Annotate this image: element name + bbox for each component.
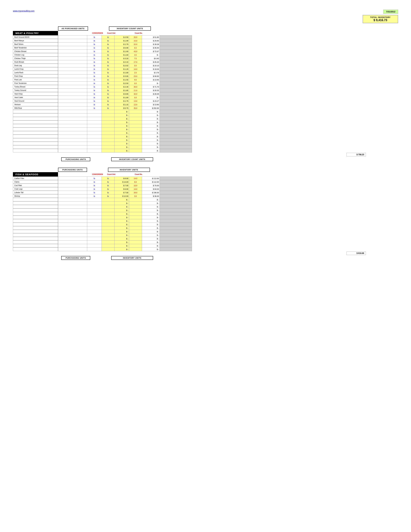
price-cell[interactable]: $ 7.00 <box>115 191 129 194</box>
price-cell[interactable]: $ - <box>115 114 129 117</box>
count-unit-cell[interactable]: lb <box>102 96 115 99</box>
count-unit-cell[interactable] <box>102 121 115 124</box>
count-unit-cell[interactable]: lb <box>102 60 115 64</box>
count-unit-cell[interactable] <box>102 201 115 205</box>
count-no-cell[interactable]: 15.0 <box>129 39 142 43</box>
count-unit-cell[interactable]: lb <box>102 64 115 67</box>
count-unit-cell[interactable]: lb <box>102 39 115 43</box>
count-unit-cell[interactable] <box>102 240 115 244</box>
count-unit-cell[interactable] <box>102 131 115 135</box>
price-cell[interactable]: $ - <box>115 201 129 205</box>
count-no-cell[interactable] <box>129 145 142 149</box>
price-cell[interactable]: $ 2.50 <box>115 82 129 85</box>
count-no-cell[interactable]: 8.0 <box>129 180 142 184</box>
price-cell[interactable]: $ 12.00 <box>115 194 129 198</box>
count-unit-cell[interactable]: lb <box>102 67 115 71</box>
price-cell[interactable]: $ - <box>115 216 129 219</box>
price-cell[interactable]: $ - <box>115 110 129 114</box>
count-unit-cell[interactable]: lb <box>102 191 115 194</box>
count-no-cell[interactable]: 32.0 <box>129 92 142 96</box>
count-no-cell[interactable] <box>129 149 142 152</box>
count-unit-cell[interactable]: lb <box>102 103 115 106</box>
count-unit-cell[interactable] <box>102 135 115 138</box>
count-no-cell[interactable]: 28.0 <box>129 191 142 194</box>
price-cell[interactable]: $ - <box>115 223 129 226</box>
count-no-cell[interactable]: 5.5 <box>129 64 142 67</box>
website-link[interactable]: www.rrgconsulting.com <box>13 10 35 12</box>
price-cell[interactable]: $ - <box>115 233 129 237</box>
price-cell[interactable]: $ - <box>115 142 129 145</box>
count-unit-cell[interactable] <box>102 138 115 142</box>
price-cell[interactable]: $ - <box>115 128 129 131</box>
price-cell[interactable]: $ 14.00 <box>115 180 129 184</box>
count-unit-cell[interactable] <box>102 244 115 248</box>
price-cell[interactable]: $ 6.00 <box>115 187 129 191</box>
count-no-cell[interactable]: 14.0 <box>129 67 142 71</box>
count-no-cell[interactable] <box>129 212 142 216</box>
count-no-cell[interactable]: 6.5 <box>129 46 142 50</box>
count-unit-cell[interactable] <box>102 223 115 226</box>
count-no-cell[interactable]: 9.0 <box>129 78 142 82</box>
price-cell[interactable]: $ 1.79 <box>115 43 129 46</box>
count-no-cell[interactable] <box>129 110 142 114</box>
count-unit-cell[interactable] <box>102 198 115 201</box>
count-unit-cell[interactable] <box>102 114 115 117</box>
count-unit-cell[interactable] <box>102 110 115 114</box>
count-no-cell[interactable] <box>129 230 142 233</box>
count-no-cell[interactable] <box>129 209 142 212</box>
count-unit-cell[interactable]: lb <box>102 99 115 103</box>
count-unit-cell[interactable]: lb <box>102 82 115 85</box>
count-no-cell[interactable]: 0.0 <box>129 82 142 85</box>
count-no-cell[interactable]: 3.0 <box>129 194 142 198</box>
count-unit-cell[interactable]: lb <box>102 57 115 60</box>
count-unit-cell[interactable] <box>102 226 115 230</box>
count-no-cell[interactable]: 13.0 <box>129 99 142 103</box>
count-unit-cell[interactable] <box>102 149 115 152</box>
count-unit-cell[interactable]: lb <box>102 177 115 180</box>
count-unit-cell[interactable]: lb <box>102 50 115 53</box>
count-unit-cell[interactable]: lb <box>102 75 115 78</box>
price-cell[interactable]: $ 1.99 <box>115 39 129 43</box>
count-no-cell[interactable] <box>129 142 142 145</box>
price-cell[interactable]: $ - <box>115 205 129 209</box>
count-no-cell[interactable]: 0.0 <box>129 96 142 99</box>
count-no-cell[interactable]: 23.0 <box>129 75 142 78</box>
count-no-cell[interactable] <box>129 124 142 128</box>
count-no-cell[interactable]: 7.5 <box>129 57 142 60</box>
count-no-cell[interactable]: 2.0 <box>129 71 142 75</box>
price-cell[interactable]: $ - <box>115 244 129 248</box>
count-unit-cell[interactable]: lb <box>102 92 115 96</box>
count-no-cell[interactable] <box>129 244 142 248</box>
count-unit-cell[interactable] <box>102 142 115 145</box>
count-unit-cell[interactable]: lb <box>102 36 115 39</box>
count-unit-cell[interactable] <box>102 212 115 216</box>
price-cell[interactable]: $ 1.15 <box>115 103 129 106</box>
count-unit-cell[interactable] <box>102 219 115 223</box>
price-cell[interactable]: $ 5.79 <box>115 106 129 110</box>
count-unit-cell[interactable]: lb <box>102 78 115 82</box>
count-no-cell[interactable]: 10.0 <box>129 184 142 187</box>
price-cell[interactable]: $ - <box>115 248 129 251</box>
price-cell[interactable]: $ - <box>115 230 129 233</box>
count-unit-cell[interactable] <box>102 248 115 251</box>
price-cell[interactable]: $ 3.95 <box>115 75 129 78</box>
price-cell[interactable]: $ 3.20 <box>115 57 129 60</box>
price-cell[interactable]: $ 2.39 <box>115 85 129 89</box>
price-cell[interactable]: $ - <box>115 240 129 244</box>
count-no-cell[interactable]: 3.5 <box>129 53 142 57</box>
count-unit-cell[interactable] <box>102 205 115 209</box>
count-no-cell[interactable]: 35.0 <box>129 106 142 110</box>
count-no-cell[interactable]: 17.0 <box>129 60 142 64</box>
count-no-cell[interactable] <box>129 114 142 117</box>
count-unit-cell[interactable] <box>102 233 115 237</box>
count-unit-cell[interactable] <box>102 216 115 219</box>
count-no-cell[interactable]: 11.0 <box>129 89 142 92</box>
price-cell[interactable]: $ 1.89 <box>115 71 129 75</box>
count-no-cell[interactable]: 14.0 <box>129 187 142 191</box>
price-cell[interactable]: $ - <box>115 131 129 135</box>
price-cell[interactable]: $ 2.02 <box>115 64 129 67</box>
count-unit-cell[interactable] <box>102 209 115 212</box>
price-cell[interactable]: $ 1.69 <box>115 53 129 57</box>
count-unit-cell[interactable] <box>102 117 115 121</box>
count-no-cell[interactable] <box>129 128 142 131</box>
